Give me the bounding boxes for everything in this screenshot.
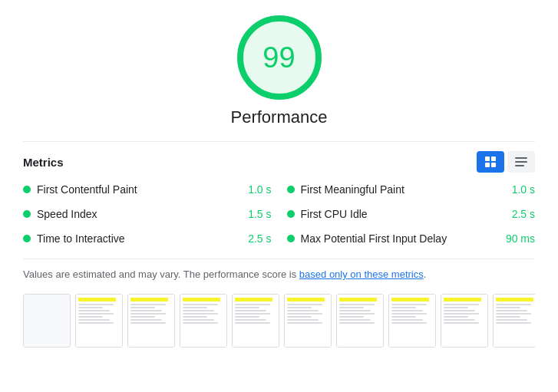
score-circle: 99 <box>237 15 322 100</box>
metric-dot <box>23 210 31 218</box>
filmstrip-frame <box>180 294 227 348</box>
metric-name: First CPU Idle <box>301 208 506 220</box>
score-section: 99 Performance <box>23 15 535 127</box>
filmstrip-frame <box>284 294 332 348</box>
metric-value: 1.0 s <box>512 183 535 196</box>
metrics-title: Metrics <box>23 156 64 169</box>
footer-text-before: Values are estimated and may vary. The p… <box>23 268 299 280</box>
filmstrip-frame <box>441 294 488 348</box>
list-view-button[interactable] <box>507 151 535 173</box>
filmstrip-frame <box>493 294 535 348</box>
metric-name: First Meaningful Paint <box>301 183 506 196</box>
metric-time-to-interactive: Time to Interactive 2.5 s <box>23 232 272 245</box>
filmstrip-frame <box>336 294 384 348</box>
metric-first-cpu-idle: First CPU Idle 2.5 s <box>287 208 536 220</box>
metric-name: First Contentful Paint <box>37 183 242 196</box>
metrics-link[interactable]: based only on these metrics <box>299 268 424 280</box>
footer-text-after: . <box>424 268 427 280</box>
filmstrip-frame <box>75 294 123 348</box>
metric-dot <box>23 235 31 242</box>
filmstrip-frame <box>388 294 436 348</box>
view-toggle <box>477 151 535 173</box>
filmstrip-frame <box>232 294 279 348</box>
metric-dot <box>23 186 31 193</box>
metrics-header: Metrics <box>23 151 535 173</box>
metric-max-potential-fid: Max Potential First Input Delay 90 ms <box>287 232 536 245</box>
metric-first-meaningful-paint: First Meaningful Paint 1.0 s <box>287 183 536 196</box>
grid-icon <box>485 156 496 167</box>
metric-value: 1.5 s <box>248 208 271 220</box>
metric-first-contentful-paint: First Contentful Paint 1.0 s <box>23 183 272 196</box>
metric-dot <box>287 210 295 218</box>
filmstrip-frame <box>127 294 175 348</box>
metric-value: 2.5 s <box>248 232 271 245</box>
metric-value: 1.0 s <box>248 183 271 196</box>
metric-value: 2.5 s <box>512 208 535 220</box>
footer-text: Values are estimated and may vary. The p… <box>23 259 535 280</box>
metrics-section: Metrics First Contentful Paint 1.0 s <box>23 141 535 245</box>
filmstrip <box>23 294 535 348</box>
metric-name: Speed Index <box>37 208 242 220</box>
metric-speed-index: Speed Index 1.5 s <box>23 208 272 220</box>
metric-dot <box>287 186 295 193</box>
list-icon <box>515 157 527 166</box>
metric-name: Time to Interactive <box>37 232 242 245</box>
score-label: Performance <box>231 107 328 127</box>
metrics-grid: First Contentful Paint 1.0 s First Meani… <box>23 183 535 245</box>
metric-dot <box>287 235 295 242</box>
filmstrip-frame-empty <box>23 294 71 348</box>
metric-value: 90 ms <box>506 232 535 245</box>
metric-name: Max Potential First Input Delay <box>301 232 500 245</box>
grid-view-button[interactable] <box>477 151 504 173</box>
score-value: 99 <box>262 41 295 74</box>
